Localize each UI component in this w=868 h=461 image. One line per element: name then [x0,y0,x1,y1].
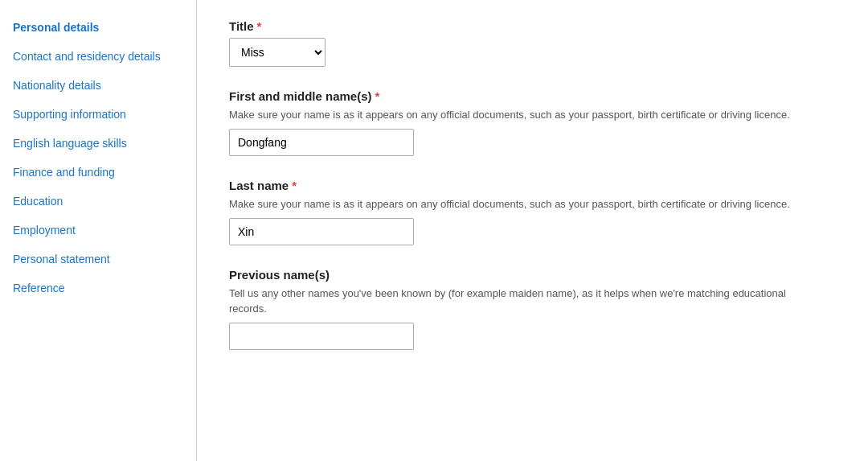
first-name-required-star: * [375,89,380,103]
last-name-required-star: * [292,179,297,192]
sidebar-item-personal-details[interactable]: Personal details [0,13,196,42]
previous-name-field-group: Previous name(s) Tell us any other names… [229,268,836,349]
previous-name-input[interactable] [229,323,414,350]
last-name-field-group: Last name* Make sure your name is as it … [229,179,836,245]
title-required-star: * [257,19,262,33]
sidebar-item-personal-statement[interactable]: Personal statement [0,245,196,274]
title-select[interactable]: Miss Mr Mrs Ms Dr Prof [229,38,326,67]
last-name-hint: Make sure your name is as it appears on … [229,197,824,212]
sidebar-item-employment[interactable]: Employment [0,216,196,245]
sidebar-item-education[interactable]: Education [0,187,196,216]
sidebar-item-supporting-information[interactable]: Supporting information [0,100,196,129]
first-name-label: First and middle name(s)* [229,89,836,103]
last-name-label: Last name* [229,179,836,192]
sidebar-item-reference[interactable]: Reference [0,274,196,303]
sidebar-item-english-language-skills[interactable]: English language skills [0,129,196,158]
previous-name-hint: Tell us any other names you've been know… [229,286,824,315]
first-name-field-group: First and middle name(s)* Make sure your… [229,89,836,156]
last-name-input[interactable] [229,218,414,245]
sidebar: Personal details Contact and residency d… [0,0,197,461]
previous-name-label: Previous name(s) [229,268,836,282]
main-content: Title* Miss Mr Mrs Ms Dr Prof First and … [197,0,868,461]
title-label: Title* [229,19,836,33]
title-field-group: Title* Miss Mr Mrs Ms Dr Prof [229,19,836,67]
first-name-input[interactable] [229,129,414,156]
sidebar-item-contact-residency[interactable]: Contact and residency details [0,42,196,71]
sidebar-item-finance-funding[interactable]: Finance and funding [0,158,196,187]
sidebar-item-nationality-details[interactable]: Nationality details [0,71,196,100]
first-name-hint: Make sure your name is as it appears on … [229,108,824,122]
